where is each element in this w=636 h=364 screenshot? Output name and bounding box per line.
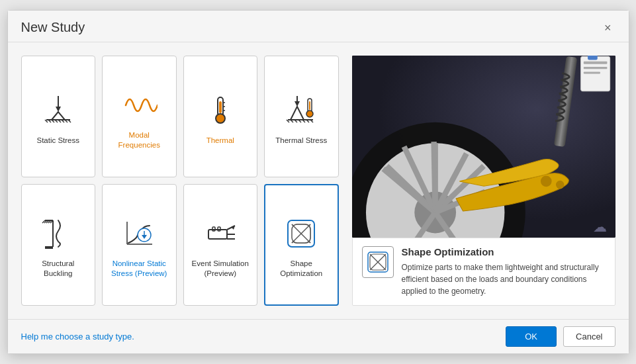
structural-buckling-label: Structural Buckling bbox=[27, 259, 90, 279]
nonlinear-static-stress-icon bbox=[119, 214, 159, 253]
modal-frequencies-label: Modal Frequencies bbox=[108, 130, 171, 150]
shape-optimization-label: Shape Optimization bbox=[271, 259, 332, 279]
study-item-nonlinear-static-stress[interactable]: Nonlinear Static Stress (Preview) bbox=[102, 184, 177, 306]
description-box: Shape Optimization Optimize parts to mak… bbox=[352, 238, 615, 306]
study-item-thermal-stress[interactable]: Thermal Stress bbox=[264, 56, 339, 177]
svg-point-14 bbox=[216, 114, 225, 123]
study-item-static-stress[interactable]: Static Stress bbox=[21, 56, 96, 177]
help-link[interactable]: Help me choose a study type. bbox=[21, 332, 134, 341]
dialog-body: Static Stress Modal Frequencies bbox=[8, 42, 629, 319]
selected-study-description: Optimize parts to make them lightweight … bbox=[402, 261, 606, 297]
shape-optimization-icon bbox=[281, 214, 321, 253]
svg-rect-21 bbox=[309, 101, 310, 110]
selected-study-title: Shape Optimization bbox=[402, 246, 606, 257]
selected-study-icon bbox=[362, 246, 394, 278]
svg-line-71 bbox=[433, 142, 435, 212]
svg-marker-3 bbox=[52, 112, 65, 120]
nonlinear-static-stress-label: Nonlinear Static Stress (Preview) bbox=[108, 259, 171, 279]
study-item-shape-optimization[interactable]: Shape Optimization bbox=[264, 184, 339, 306]
cancel-button[interactable]: Cancel bbox=[563, 326, 615, 347]
svg-rect-81 bbox=[588, 56, 598, 60]
thermal-icon bbox=[201, 91, 240, 130]
svg-text:☁: ☁ bbox=[593, 219, 607, 234]
study-item-structural-buckling[interactable]: Structural Buckling bbox=[21, 184, 96, 306]
svg-point-22 bbox=[306, 111, 313, 117]
new-study-dialog: New Study × bbox=[7, 10, 629, 354]
structural-buckling-icon bbox=[38, 214, 78, 253]
svg-rect-80 bbox=[583, 71, 600, 73]
preview-image: ☁ bbox=[352, 56, 615, 238]
thermal-stress-icon bbox=[281, 91, 321, 130]
study-item-modal-frequencies[interactable]: Modal Frequencies bbox=[102, 56, 177, 177]
svg-point-75 bbox=[555, 181, 564, 189]
dialog-header: New Study × bbox=[8, 11, 629, 42]
study-grid: Static Stress Modal Frequencies bbox=[21, 56, 339, 306]
modal-frequencies-icon bbox=[119, 85, 159, 125]
ok-button[interactable]: OK bbox=[506, 326, 557, 347]
dialog-title: New Study bbox=[21, 20, 85, 35]
event-simulation-label: Event Simulation (Preview) bbox=[189, 259, 252, 279]
svg-point-74 bbox=[540, 175, 551, 187]
static-stress-icon bbox=[38, 91, 78, 130]
footer-buttons: OK Cancel bbox=[506, 326, 615, 347]
static-stress-label: Static Stress bbox=[36, 136, 79, 146]
svg-rect-13 bbox=[219, 101, 222, 113]
event-simulation-icon bbox=[201, 214, 240, 253]
thermal-label: Thermal bbox=[206, 136, 234, 146]
preview-panel: ☁ Shape Optimization Optimize parts to m… bbox=[352, 56, 615, 306]
close-button[interactable]: × bbox=[600, 21, 615, 35]
study-item-event-simulation[interactable]: Event Simulation (Preview) bbox=[183, 184, 258, 306]
dialog-footer: Help me choose a study type. OK Cancel bbox=[8, 319, 629, 353]
svg-rect-78 bbox=[583, 62, 607, 64]
svg-rect-79 bbox=[583, 67, 607, 69]
study-item-thermal[interactable]: Thermal bbox=[183, 56, 258, 177]
thermal-stress-label: Thermal Stress bbox=[275, 136, 327, 146]
description-content: Shape Optimization Optimize parts to mak… bbox=[402, 246, 606, 297]
svg-marker-24 bbox=[291, 107, 304, 120]
